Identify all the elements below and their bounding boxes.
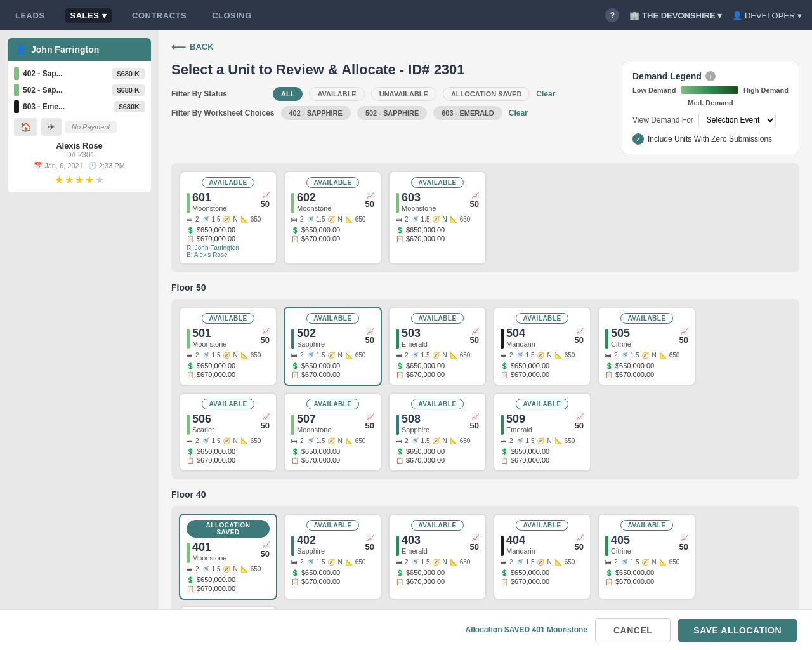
unit-stripe-501: [187, 329, 190, 349]
sidebar-unit-row-1[interactable]: 402 - Sap... $680 K: [14, 67, 145, 80]
unit-card-603[interactable]: AVAILABLE 603 Moonstone 📈50: [388, 171, 487, 265]
price1-405: 💲$650,000.00: [605, 569, 688, 576]
status-405: AVAILABLE: [605, 520, 688, 531]
unit-card-506[interactable]: AVAILABLE 506 Scarlet 📈50 🛏2: [179, 392, 277, 472]
demand-info-icon[interactable]: i: [705, 71, 716, 81]
unit-card-405[interactable]: AVAILABLE 405 Citrine 📈50 🛏2: [598, 514, 696, 600]
floor-50-units: AVAILABLE 501 Moonstone 📈50 🛏: [171, 299, 799, 479]
unit-number-502: 502: [297, 328, 325, 340]
unit-card-501[interactable]: AVAILABLE 501 Moonstone 📈50 🛏: [179, 307, 277, 386]
unit-card-507[interactable]: AVAILABLE 507 Moonstone 📈50 🛏: [284, 392, 382, 472]
back-link[interactable]: ⟵ BACK: [171, 41, 799, 53]
bed-icon-603: 🛏: [396, 216, 402, 223]
filter-available[interactable]: AVAILABLE: [309, 87, 364, 101]
unit-card-601[interactable]: AVAILABLE 601 Moonstone 📈50: [179, 171, 277, 265]
unit-card-505[interactable]: AVAILABLE 505 Citrine 📈50 🛏2: [598, 307, 696, 386]
unit-name-404: 404 Mandarin: [501, 534, 535, 556]
unit-name-506: 506 Scarlet: [187, 413, 214, 435]
unit-card-401[interactable]: ALLOCATION SAVED 401 Moonstone 📈50: [179, 514, 277, 600]
price1-402: 💲$650,000.00: [291, 569, 374, 576]
sidebar-unit-row-3[interactable]: 603 - Eme... $680K: [14, 100, 145, 113]
filter-worksheet-clear[interactable]: Clear: [509, 109, 528, 117]
price2-504: 📋$670,000.00: [501, 371, 584, 378]
unit-type-403: Emerald: [402, 547, 428, 555]
unit-name-405: 405 Citrine: [605, 534, 631, 556]
filter-all[interactable]: ALL: [273, 87, 303, 101]
user-menu[interactable]: 👤 DEVELOPER ▾: [732, 11, 802, 20]
unit-stripe-403: [396, 536, 399, 556]
nav-closing[interactable]: CLOSING: [207, 8, 257, 23]
nav-sales[interactable]: SALES ▾: [65, 8, 112, 23]
save-allocation-button[interactable]: SAVE ALLOCATION: [678, 619, 797, 642]
status-505: AVAILABLE: [605, 313, 688, 324]
unit-card-509[interactable]: AVAILABLE 509 Emerald 📈50 🛏2: [493, 392, 591, 472]
unit-card-402[interactable]: AVAILABLE 402 Sapphire 📈50 🛏2: [284, 514, 382, 600]
unit-header-401: 401 Moonstone 📈50: [187, 541, 270, 563]
sidebar-unit-row-2[interactable]: 502 - Sap... $680 K: [14, 84, 145, 96]
sqft-icon-509: 📐: [554, 437, 562, 444]
unit-header-509: 509 Emerald 📈50: [501, 413, 584, 435]
unit-type-402: Sapphire: [297, 547, 325, 555]
bath-icon-505: 🚿: [620, 352, 628, 359]
filter-ws-1[interactable]: 402 - SAPPHIRE: [281, 106, 351, 120]
nav-contracts[interactable]: CONTRACTS: [127, 8, 192, 23]
unit-number-401: 401: [192, 541, 226, 554]
unit-card-503[interactable]: AVAILABLE 503 Emerald 📈50 🛏2: [388, 307, 487, 386]
view-demand-select[interactable]: Selection Event: [698, 112, 776, 128]
sidebar: 👤 John Farrington 402 - Sap... $680 K 50…: [0, 30, 159, 650]
nav-leads[interactable]: LEADS: [10, 8, 50, 23]
filter-ws-3[interactable]: 603 - EMERALD: [433, 106, 502, 120]
unit-card-504[interactable]: AVAILABLE 504 Mandarin 📈50 🛏2: [493, 307, 591, 386]
unit-card-508[interactable]: AVAILABLE 508 Sapphire 📈50 🛏2: [388, 392, 487, 472]
unit-header-405: 405 Citrine 📈50: [605, 534, 688, 556]
unit-stripe-404: [501, 536, 504, 556]
sidebar-icons-row: 🏠 ✈ No Payment: [14, 118, 145, 136]
unit-type-401: Moonstone: [192, 554, 226, 562]
unit-card-403[interactable]: AVAILABLE 403 Emerald 📈50 🛏2: [388, 514, 487, 600]
unit-stripe-603: [396, 193, 399, 213]
unit-card-502[interactable]: AVAILABLE 502 Sapphire 📈50 🛏2: [284, 307, 382, 386]
demand-gradient-row: Low Demand High Demand: [632, 86, 789, 94]
filter-ws-2[interactable]: 502 - SAPPHIRE: [357, 106, 427, 120]
bed-icon-503: 🛏: [396, 352, 402, 359]
unit-stripe-507: [291, 415, 294, 435]
demand-504: 📈50: [575, 328, 584, 345]
facing-icon-503: 🧭: [432, 352, 440, 359]
cancel-button[interactable]: CANCEL: [595, 618, 671, 642]
main-content: ⟵ BACK Select a Unit to Review & Allocat…: [159, 30, 812, 650]
facing-icon-501: 🧭: [223, 352, 230, 359]
help-icon[interactable]: ?: [605, 8, 619, 22]
back-label: BACK: [190, 42, 214, 51]
filter-unavailable[interactable]: UNAVAILABLE: [371, 87, 436, 101]
zero-submissions-label: Include Units With Zero Submissions: [648, 135, 772, 143]
main-layout: 👤 John Farrington 402 - Sap... $680 K 50…: [0, 30, 812, 650]
unit-name-502: 502 Sapphire: [291, 328, 325, 349]
unit-type-503: Emerald: [402, 340, 428, 348]
facing-icon-506: 🧭: [223, 437, 230, 444]
sqft-icon-508: 📐: [450, 437, 457, 444]
demand-508: 📈50: [470, 413, 479, 430]
facing-icon-509: 🧭: [537, 437, 544, 444]
bath-icon-503: 🚿: [411, 352, 419, 359]
filter-status-clear[interactable]: Clear: [536, 90, 555, 98]
unit-number-507: 507: [297, 413, 331, 426]
sidebar-airplane-icon[interactable]: ✈: [41, 118, 62, 136]
unit-card-602[interactable]: AVAILABLE 602 Moonstone 📈50: [284, 171, 382, 265]
unit-card-404[interactable]: AVAILABLE 404 Mandarin 📈50 🛏2: [493, 514, 591, 600]
zero-submissions-check[interactable]: ✓: [632, 133, 644, 145]
demand-404: 📈50: [575, 534, 584, 552]
building-selector[interactable]: 🏢 THE DEVONSHIRE ▾: [629, 11, 722, 20]
sqft-icon-404: 📐: [554, 559, 562, 566]
unit-color-3: [14, 100, 19, 113]
unit-stripe-508: [396, 415, 399, 435]
prospect-name: Alexis Rose: [14, 141, 145, 150]
unit-header-507: 507 Moonstone 📈50: [291, 413, 374, 435]
bath-icon-603: 🚿: [411, 216, 419, 223]
price1-603: 💲$650,000.00: [396, 226, 479, 234]
demand-503: 📈50: [470, 328, 479, 345]
filter-allocation-saved[interactable]: ALLOCATION SAVED: [443, 87, 530, 101]
demand-low-label: Low Demand: [632, 86, 676, 94]
unit-specs-501: 🛏2 🚿1.5 🧭N 📐650: [187, 352, 270, 359]
unit-number-508: 508: [402, 413, 429, 426]
sidebar-household-icon[interactable]: 🏠: [14, 118, 37, 136]
